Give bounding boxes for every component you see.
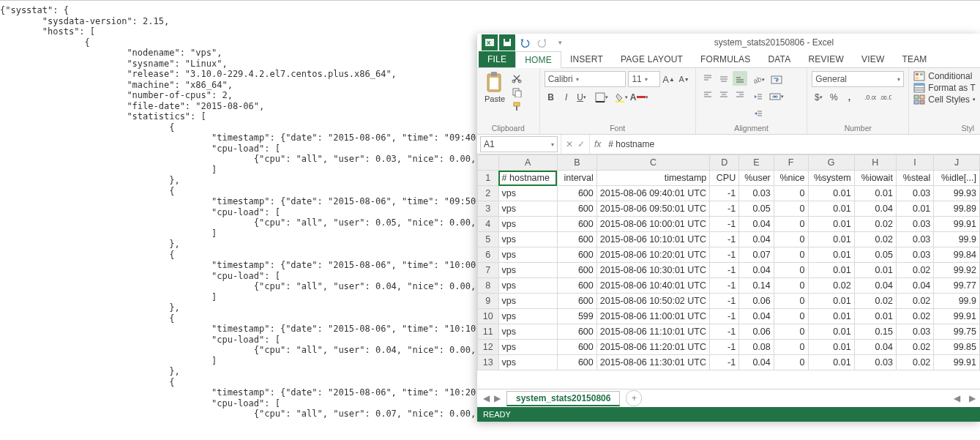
col-header[interactable]: B <box>557 155 596 171</box>
cell[interactable]: 0.01 <box>808 217 854 232</box>
cell[interactable]: 0.04 <box>854 201 896 217</box>
enter-formula-icon[interactable]: ✓ <box>577 139 585 149</box>
tab-page-layout[interactable]: PAGE LAYOUT <box>612 51 692 67</box>
row-header[interactable]: 7 <box>478 263 499 278</box>
comma-format-icon[interactable]: , <box>842 90 856 105</box>
font-size-combo[interactable]: 11▾ <box>628 71 659 87</box>
cell[interactable]: 0.02 <box>896 263 933 278</box>
conditional-formatting-button[interactable]: Conditional <box>913 71 976 81</box>
cell[interactable]: -1 <box>710 201 739 217</box>
cell[interactable]: %steal <box>896 171 933 186</box>
font-color-button[interactable]: A▾ <box>630 90 649 105</box>
tab-review[interactable]: REVIEW <box>799 51 853 67</box>
row-header[interactable]: 3 <box>478 201 499 217</box>
cell[interactable]: vps <box>498 355 557 370</box>
cell[interactable]: 600 <box>557 324 596 340</box>
cell[interactable]: interval <box>557 171 596 186</box>
col-header[interactable]: J <box>934 155 980 171</box>
cell[interactable]: 99.91 <box>934 309 980 324</box>
cell[interactable]: 600 <box>557 217 596 232</box>
align-middle-icon[interactable] <box>717 71 731 86</box>
cell[interactable]: -1 <box>710 355 739 370</box>
cell[interactable]: 0.03 <box>739 186 774 201</box>
cell[interactable]: 0.06 <box>739 294 774 309</box>
cell[interactable]: 0.04 <box>739 309 774 324</box>
qat-customize-icon[interactable]: ▾ <box>552 34 568 51</box>
cell[interactable]: 2015-08-06 10:10:01 UTC <box>596 232 710 247</box>
cell[interactable]: 0.02 <box>808 278 854 294</box>
cell[interactable]: 2015-08-06 11:10:01 UTC <box>596 324 710 340</box>
tab-home[interactable]: HOME <box>515 51 561 68</box>
col-header[interactable]: I <box>896 155 933 171</box>
row-header[interactable]: 10 <box>478 309 499 324</box>
cell[interactable]: vps <box>498 232 557 247</box>
formula-input[interactable]: # hostname <box>605 139 980 149</box>
cell[interactable]: %user <box>739 171 774 186</box>
col-header[interactable]: E <box>739 155 774 171</box>
paste-button[interactable]: Paste <box>482 71 508 122</box>
format-painter-icon[interactable] <box>511 100 523 112</box>
cell[interactable]: 0.07 <box>739 247 774 263</box>
cell[interactable]: 0 <box>774 355 808 370</box>
fill-color-button[interactable]: ▾ <box>615 90 628 105</box>
cell[interactable]: 0.03 <box>896 232 933 247</box>
cell[interactable]: 0.01 <box>854 263 896 278</box>
cell[interactable]: vps <box>498 278 557 294</box>
cell[interactable]: vps <box>498 201 557 217</box>
cell[interactable]: 0 <box>774 324 808 340</box>
wrap-text-icon[interactable] <box>769 72 784 87</box>
align-right-icon[interactable] <box>733 87 747 102</box>
border-button[interactable]: ▾ <box>595 90 608 105</box>
font-name-combo[interactable]: Calibri▾ <box>545 71 626 87</box>
cell[interactable]: -1 <box>710 232 739 247</box>
name-box[interactable]: A1▾ <box>480 136 558 152</box>
row-header[interactable]: 6 <box>478 247 499 263</box>
tab-data[interactable]: DATA <box>759 51 799 67</box>
cell[interactable]: 0 <box>774 278 808 294</box>
italic-button[interactable]: I <box>560 90 573 105</box>
new-sheet-button[interactable]: + <box>626 390 642 406</box>
align-top-icon[interactable] <box>700 71 715 86</box>
tab-scroll-right-icon[interactable]: ▶ <box>494 393 501 403</box>
orientation-icon[interactable]: ab▾ <box>752 72 765 87</box>
cell[interactable]: 0.04 <box>739 232 774 247</box>
cell[interactable]: -1 <box>710 186 739 201</box>
cell[interactable]: 2015-08-06 10:00:01 UTC <box>596 217 710 232</box>
cell[interactable]: 0.01 <box>808 186 854 201</box>
cell[interactable]: 2015-08-06 11:00:01 UTC <box>596 309 710 324</box>
cell[interactable]: -1 <box>710 324 739 340</box>
cell[interactable]: 2015-08-06 11:30:01 UTC <box>596 355 710 370</box>
cell[interactable]: 0.06 <box>739 324 774 340</box>
save-icon[interactable] <box>499 34 515 51</box>
cell[interactable]: 0.01 <box>854 309 896 324</box>
worksheet-grid[interactable]: ABCDEFGHIJ1# hostnameintervaltimestampCP… <box>477 154 980 389</box>
increase-indent-icon[interactable] <box>752 106 765 121</box>
cell[interactable]: vps <box>498 294 557 309</box>
cell[interactable]: 0.04 <box>854 340 896 355</box>
cell[interactable]: 0.03 <box>854 355 896 370</box>
cell[interactable]: CPU <box>710 171 739 186</box>
cell[interactable]: -1 <box>710 340 739 355</box>
row-header[interactable]: 5 <box>478 232 499 247</box>
cell[interactable]: 0.02 <box>854 217 896 232</box>
col-header[interactable]: G <box>808 155 854 171</box>
cell[interactable]: 600 <box>557 201 596 217</box>
cell[interactable]: 0 <box>774 201 808 217</box>
cell[interactable]: 0.01 <box>808 340 854 355</box>
align-left-icon[interactable] <box>700 87 715 102</box>
cell[interactable]: 0.02 <box>854 232 896 247</box>
merge-center-icon[interactable]: ▾ <box>769 89 784 104</box>
cell[interactable]: vps <box>498 247 557 263</box>
cell[interactable]: 0.03 <box>896 247 933 263</box>
tab-insert[interactable]: INSERT <box>561 51 612 67</box>
col-header[interactable]: C <box>596 155 710 171</box>
cell[interactable]: 600 <box>557 247 596 263</box>
accounting-format-icon[interactable]: $▾ <box>812 90 825 105</box>
cell[interactable]: -1 <box>710 263 739 278</box>
cell[interactable]: 0.05 <box>854 247 896 263</box>
cell[interactable]: 0.02 <box>854 294 896 309</box>
tab-formulas[interactable]: FORMULAS <box>692 51 759 67</box>
bold-button[interactable]: B <box>545 90 558 105</box>
cell[interactable]: 2015-08-06 10:40:01 UTC <box>596 278 710 294</box>
cell[interactable]: 0.08 <box>739 340 774 355</box>
